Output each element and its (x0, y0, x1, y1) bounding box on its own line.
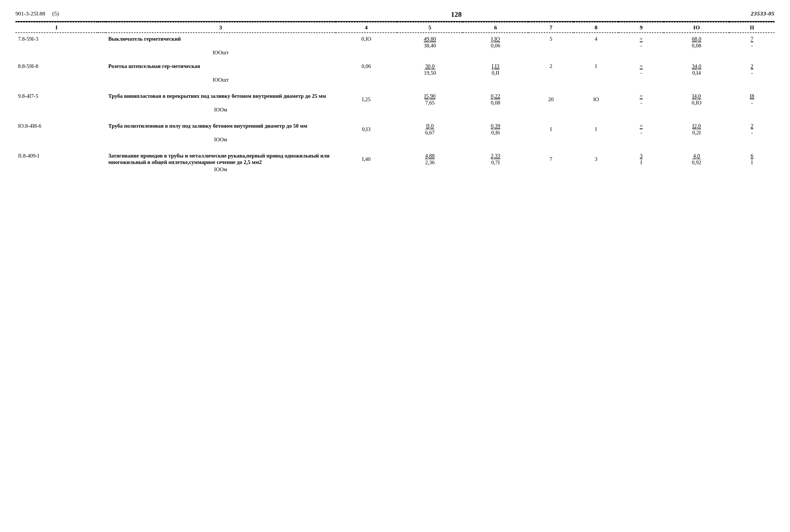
row5-col9: 3 I (619, 150, 664, 166)
row5-col7: 7 (528, 150, 573, 166)
row2-col6: I,I3 0,II (463, 60, 528, 76)
row5-col11: 6 I (730, 150, 775, 166)
col-header-4: 4 (335, 23, 397, 33)
row1-unit: IOOшт (106, 49, 335, 60)
row1-col10: 68,0 0,08 (664, 33, 729, 49)
main-table: I 3 4 5 6 7 8 9 IO II 7.8-59I-3 Выключат… (16, 21, 774, 177)
table-row: II.8-409-I Затягивание проводов в трубы … (16, 150, 774, 166)
col-header-8: 8 (574, 23, 619, 33)
row2-col11: 2 - (730, 60, 775, 76)
row1-desc: Выключатель герметический (106, 33, 335, 49)
header-right: 23533-05 (751, 10, 774, 17)
row2-col4: 0,06 (335, 60, 397, 76)
row3-desc: Труба винипластовая в перекрытиях под за… (106, 90, 335, 106)
row1-col5: 49,80 38,40 (397, 33, 463, 49)
row4-col11: 2 - (730, 120, 775, 136)
row4-col4: 0,I3 (335, 120, 397, 136)
row2-code: 8.8-59I-8 (16, 60, 98, 76)
row3-code: 9.8-4I7-5 (16, 90, 98, 106)
table-row: 7.8-59I-3 Выключатель герметический 0,IO… (16, 33, 774, 49)
row3-col10: I4,0 0,IO (664, 90, 729, 106)
row3-col5: I5,90 7,65 (397, 90, 463, 106)
col-header-11: II (730, 23, 775, 33)
header-center: 128 (451, 10, 462, 19)
row2-desc: Розетка штепсельная гер-метическая (106, 60, 335, 76)
row5-col10: 4,0 0,92 (664, 150, 729, 166)
row3-col6: 0,22 0,08 (463, 90, 528, 106)
unit-row-2: IOOшт (16, 76, 774, 90)
column-header-row: I 3 4 5 6 7 8 9 IO II (16, 23, 774, 33)
row2-col8: I (574, 60, 619, 76)
table-row: 8.8-59I-8 Розетка штепсельная гер-метиче… (16, 60, 774, 76)
row5-desc: Затягивание проводов в трубы и металличе… (106, 150, 335, 166)
row3-unit: IOOм (106, 106, 335, 120)
row2-col7: 2 (528, 60, 573, 76)
unit-row-4: IOOм (16, 136, 774, 150)
row1-col11: 7 - (730, 33, 775, 49)
unit-row-1: IOOшт (16, 49, 774, 60)
col-header-9: 9 (619, 23, 664, 33)
col-header-7: 7 (528, 23, 573, 33)
row3-col9: = - (619, 90, 664, 106)
row1-col9: = - (619, 33, 664, 49)
row1-col6: I,IO 0,06 (463, 33, 528, 49)
unit-row-5: IOOм (16, 166, 774, 177)
row4-col6: 0,39 0,I6 (463, 120, 528, 136)
row5-col6: 2,33 0,7I (463, 150, 528, 166)
row2-col10: 34,0 0,I4 (664, 60, 729, 76)
row1-col4: 0,IO (335, 33, 397, 49)
row4-col9: = - (619, 120, 664, 136)
row1-col8: 4 (574, 33, 619, 49)
row4-col8: I (574, 120, 619, 136)
page-header: 901-3-25I.88 (5) 128 23533-05 (16, 10, 774, 19)
table-row: 9.8-4I7-5 Труба винипластовая в перекрыт… (16, 90, 774, 106)
row5-unit: IOOм (106, 166, 335, 177)
col-header-6: 6 (463, 23, 528, 33)
row4-unit: IOOм (106, 136, 335, 150)
col-header-10: IO (664, 23, 729, 33)
row5-col4: I,40 (335, 150, 397, 166)
col-header-1: I (16, 23, 98, 33)
row2-col5: 30,0 19,50 (397, 60, 463, 76)
unit-row-3: IOOм (16, 106, 774, 120)
row4-col10: I2,0 0,2I (664, 120, 729, 136)
row5-col5: 4,88 2,36 (397, 150, 463, 166)
col-header-3: 3 (106, 23, 335, 33)
row4-desc: Труба полиэтиленовая в полу под заливку … (106, 120, 335, 136)
row4-code: IO.8-4I8-6 (16, 120, 98, 136)
row4-col5: II,0 6,67 (397, 120, 463, 136)
row4-col7: I (528, 120, 573, 136)
row3-col8: IO (574, 90, 619, 106)
row1-col7: 5 (528, 33, 573, 49)
row2-unit: IOOшт (106, 76, 335, 90)
row3-col7: 20 (528, 90, 573, 106)
table-row: IO.8-4I8-6 Труба полиэтиленовая в полу п… (16, 120, 774, 136)
col-header-5: 5 (397, 23, 463, 33)
row3-col4: I,25 (335, 90, 397, 106)
row5-code: II.8-409-I (16, 150, 98, 166)
row1-code: 7.8-59I-3 (16, 33, 98, 49)
header-left: 901-3-25I.88 (5) (16, 10, 59, 17)
row5-col8: 3 (574, 150, 619, 166)
row3-col11: I8 - (730, 90, 775, 106)
row2-col9: = - (619, 60, 664, 76)
